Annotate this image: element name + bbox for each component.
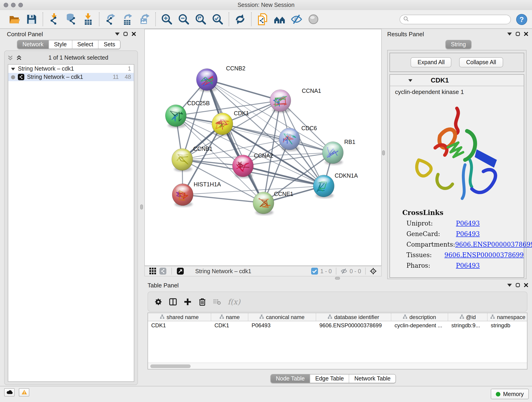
crosslink-link[interactable]: 9606.ENSP00000378699 bbox=[455, 241, 532, 248]
crosslink-link[interactable]: P06493 bbox=[456, 230, 480, 237]
zoom-in-button[interactable] bbox=[161, 13, 173, 25]
collapse-section-icon[interactable] bbox=[408, 79, 412, 82]
export-image-button[interactable] bbox=[138, 13, 150, 25]
node-CCNB2[interactable] bbox=[196, 69, 217, 92]
hidden-eye-icon[interactable] bbox=[341, 268, 347, 274]
bottom-splitter-handle[interactable] bbox=[335, 277, 340, 280]
expand-all-networks-icon[interactable] bbox=[16, 55, 22, 61]
node-CCNA1[interactable] bbox=[270, 89, 291, 113]
node-CDC6[interactable] bbox=[279, 128, 300, 151]
grid-view-icon[interactable] bbox=[149, 268, 156, 274]
crosslink-link[interactable]: P06493 bbox=[456, 220, 480, 227]
table-options-gear-icon[interactable] bbox=[154, 298, 162, 306]
column-header-namespace[interactable]: namespace bbox=[488, 313, 527, 321]
clone-network-button[interactable] bbox=[257, 13, 268, 25]
left-splitter-handle[interactable] bbox=[140, 204, 143, 210]
panel-close-icon[interactable] bbox=[524, 32, 528, 36]
edge-count: 48 bbox=[125, 74, 131, 80]
cloud-icon bbox=[6, 389, 13, 396]
panel-menu-icon[interactable] bbox=[507, 32, 512, 36]
show-columns-icon[interactable] bbox=[169, 298, 177, 306]
column-header-canonical-name[interactable]: canonical name bbox=[248, 313, 316, 321]
fit-selected-crosshair-icon[interactable] bbox=[370, 268, 377, 274]
show-graphics-button[interactable] bbox=[307, 13, 319, 25]
control-panel-title: Control Panel bbox=[7, 31, 43, 37]
node-CCNA2[interactable] bbox=[233, 155, 254, 178]
export-network-button[interactable] bbox=[104, 13, 116, 25]
crosslink-link[interactable]: P06493 bbox=[456, 262, 480, 269]
network-view-canvas[interactable]: CCNB2CCNA1CDC25BCDK1CDC6RB1CCNB1CCNA2CDK… bbox=[144, 29, 382, 266]
column-header-@id[interactable]: @id bbox=[448, 313, 488, 321]
crosslink-label: Uniprot: bbox=[406, 220, 456, 227]
node-label-CCNA1: CCNA1 bbox=[302, 88, 321, 94]
panel-float-icon[interactable] bbox=[515, 32, 520, 36]
search-input[interactable] bbox=[411, 16, 507, 23]
hide-graphics-button[interactable] bbox=[291, 13, 302, 25]
selected-checkbox-icon[interactable] bbox=[311, 268, 318, 274]
table-row[interactable]: CDK1CDK1P064939606.ENSP00000378699cyclin… bbox=[148, 321, 527, 329]
import-table-button[interactable] bbox=[82, 13, 94, 25]
help-button[interactable]: ? bbox=[516, 13, 527, 25]
refresh-layout-button[interactable] bbox=[234, 13, 246, 25]
collapse-all-button[interactable]: Collapse All bbox=[459, 57, 503, 67]
zoom-out-icon bbox=[178, 13, 190, 25]
delete-column-icon[interactable] bbox=[198, 298, 206, 306]
birdseye-view-icon[interactable] bbox=[177, 268, 184, 274]
zoom-out-button[interactable] bbox=[178, 13, 190, 25]
tab-network[interactable]: Network bbox=[17, 40, 49, 49]
panel-menu-icon[interactable] bbox=[115, 32, 120, 36]
collapse-tree-icon[interactable] bbox=[11, 67, 15, 70]
node-layer: CCNB2CCNA1CDC25BCDK1CDC6RB1CCNB1CCNA2CDK… bbox=[165, 65, 358, 215]
panel-close-icon[interactable] bbox=[132, 32, 136, 36]
memory-button[interactable]: Memory bbox=[491, 389, 529, 399]
column-header-shared-name[interactable]: shared name bbox=[148, 313, 211, 321]
crosslink-row: Tissues:9606.ENSP00000378699 bbox=[406, 251, 524, 259]
table-horizontal-scrollbar[interactable] bbox=[148, 363, 527, 369]
panel-menu-icon[interactable] bbox=[507, 283, 512, 287]
houses-button[interactable] bbox=[273, 13, 285, 25]
node-CCNE1[interactable] bbox=[253, 192, 274, 215]
column-header-name[interactable]: name bbox=[211, 313, 248, 321]
tab-network-table[interactable]: Network Table bbox=[349, 375, 396, 383]
tab-select[interactable]: Select bbox=[72, 40, 98, 49]
warnings-button[interactable] bbox=[19, 388, 29, 396]
save-session-button[interactable] bbox=[26, 13, 38, 25]
cloud-button[interactable] bbox=[4, 388, 15, 396]
tab-sets[interactable]: Sets bbox=[98, 40, 120, 49]
column-header-database-identifier[interactable]: database identifier bbox=[316, 313, 391, 321]
zoom-fit-button[interactable] bbox=[195, 13, 207, 25]
open-session-button[interactable] bbox=[9, 13, 21, 25]
network-collection-row[interactable]: String Network – cdk1 1 bbox=[8, 65, 134, 73]
node-HIST1H1A[interactable] bbox=[172, 184, 193, 207]
attribute-icon bbox=[403, 314, 408, 320]
zoom-selected-button[interactable] bbox=[212, 13, 224, 25]
tab-string[interactable]: String bbox=[446, 40, 471, 49]
tab-edge-table[interactable]: Edge Table bbox=[310, 375, 349, 383]
tab-style[interactable]: Style bbox=[49, 40, 72, 49]
scrollbar-thumb[interactable] bbox=[150, 364, 191, 368]
export-table-button[interactable] bbox=[121, 13, 133, 25]
network-type-icon[interactable] bbox=[159, 268, 166, 274]
network-list: String Network – cdk1 1 String Network –… bbox=[8, 64, 134, 382]
collapse-all-networks-icon[interactable] bbox=[7, 55, 13, 61]
node-RB1[interactable] bbox=[322, 142, 343, 165]
import-network-button[interactable] bbox=[48, 13, 60, 25]
panel-float-icon[interactable] bbox=[515, 283, 520, 287]
gene-section-header[interactable]: CDK1 bbox=[390, 75, 524, 86]
crosslink-link[interactable]: 9606.ENSP00000378699 bbox=[444, 251, 524, 259]
column-header-description[interactable]: description bbox=[391, 313, 448, 321]
node-CDC25B[interactable] bbox=[165, 105, 186, 128]
panel-float-icon[interactable] bbox=[123, 32, 128, 36]
add-column-icon[interactable] bbox=[184, 298, 191, 306]
search-box[interactable] bbox=[399, 14, 511, 24]
table-cell: stringdb:9... bbox=[448, 322, 488, 328]
node-CDK1[interactable] bbox=[212, 113, 233, 136]
expand-all-button[interactable]: Expand All bbox=[411, 57, 452, 67]
node-CDKN1A[interactable] bbox=[313, 175, 334, 198]
network-row[interactable]: String Network – cdk1 11 48 bbox=[8, 73, 134, 81]
node-CCNB1[interactable] bbox=[172, 148, 193, 172]
import-network-database-button[interactable] bbox=[65, 13, 77, 25]
main-toolbar: ? bbox=[0, 10, 532, 29]
tab-node-table[interactable]: Node Table bbox=[271, 375, 310, 383]
panel-close-icon[interactable] bbox=[524, 283, 528, 287]
